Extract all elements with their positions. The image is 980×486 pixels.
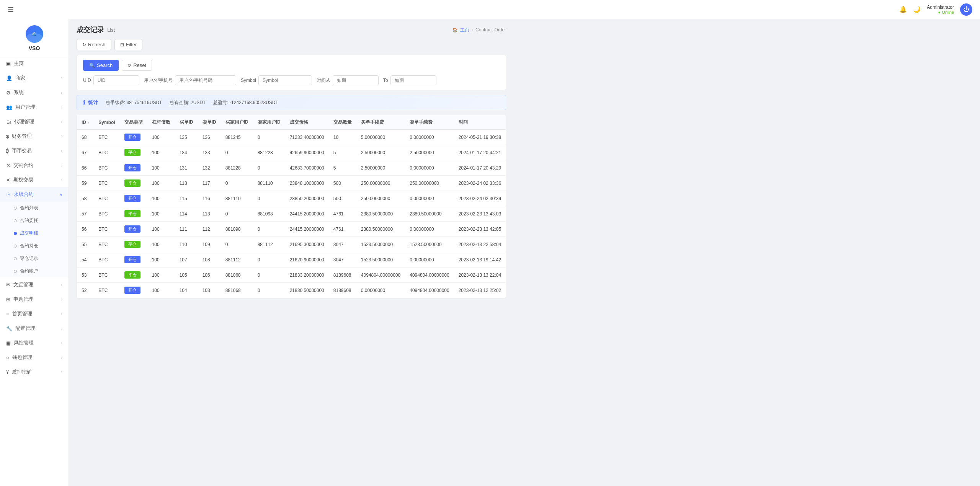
cell-id: 58 [77,191,94,206]
user-avatar[interactable]: ⏻ [960,3,972,16]
cell-quantity: 8189608 [329,267,356,283]
time-to-input[interactable] [390,75,436,85]
cell-type: 开仓 [120,191,147,206]
dot-active-icon [14,232,17,235]
cell-leverage: 100 [147,160,175,176]
arrow-icon: › [61,91,62,95]
cell-symbol: BTC [94,283,119,298]
breadcrumb-home[interactable]: 主页 [460,27,469,33]
cell-time: 2023-02-13 13:22:04 [454,267,506,283]
sidebar-item-risk-management[interactable]: ▣ 风控管理 › [0,336,69,350]
main-content: 成交记录 List 🏠 主页 › Contract-Order ↻ Refres… [69,19,514,486]
sidebar-item-perpetual[interactable]: ♾ 永续合约 ∨ [0,187,69,202]
user-input[interactable] [175,75,236,85]
finance-icon: $ [6,134,9,139]
filter-button[interactable]: ⊟ Filter [114,39,143,50]
cell-quantity: 4761 [329,222,356,237]
sidebar-item-agent-management[interactable]: 🗂 代理管理 › [0,114,69,129]
uid-input[interactable] [93,75,139,85]
cell-type: 平仓 [120,176,147,191]
home-icon-breadcrumb: 🏠 [452,28,458,33]
config-icon: 🔧 [6,326,12,331]
sidebar-item-user-management[interactable]: 👥 用户管理 › [0,100,69,114]
cell-seller-uid: 0 [253,222,285,237]
sidebar-item-config-management[interactable]: 🔧 配置管理 › [0,321,69,336]
cell-buy-id: 118 [175,176,198,191]
search-button[interactable]: 🔍 Search [83,60,119,71]
cell-price: 24415.20000000 [285,222,329,237]
cell-quantity: 5 [329,145,356,160]
sidebar-item-wallet-management[interactable]: ○ 钱包管理 › [0,350,69,365]
cell-time: 2024-01-17 20:43:29 [454,160,506,176]
table-row: 55BTC平仓100110109088111221695.30000000304… [77,237,506,252]
cell-type: 开仓 [120,283,147,298]
sidebar-item-merchant[interactable]: 👤 商家 › [0,71,69,85]
sidebar-item-contract-positions[interactable]: 合约持仓 [0,240,69,252]
stats-icon: ℹ [83,99,85,106]
search-icon: 🔍 [89,63,95,68]
dot-icon [14,257,17,260]
sidebar-item-options-trade[interactable]: ✕ 期权交易 › [0,173,69,187]
sidebar-item-coin-trade[interactable]: ₿ 币币交易 › [0,144,69,158]
sidebar-item-system[interactable]: ⚙ 系统 › [0,85,69,100]
cell-id: 66 [77,160,94,176]
cell-seller-uid: 881098 [253,206,285,222]
symbol-input[interactable] [258,75,312,85]
chevron-down-icon: ∨ [60,192,62,197]
refresh-button[interactable]: ↻ Refresh [77,39,111,50]
sidebar-item-contract-trade[interactable]: ✕ 交割合约 › [0,158,69,173]
sidebar-item-finance-management[interactable]: $ 财务管理 › [0,129,69,144]
sidebar-item-mining[interactable]: ¥ 质押挖矿 › [0,365,69,379]
purchase-icon: ⊞ [6,297,10,302]
reset-button[interactable]: ↺ Reset [122,60,152,71]
sidebar-item-trade-records[interactable]: 成交明细 [0,227,69,240]
sidebar-item-home[interactable]: ▣ 主页 [0,56,69,71]
arrow-icon: › [61,312,62,316]
sidebar-item-cross-records[interactable]: 穿仓记录 [0,252,69,265]
sidebar-item-content-management[interactable]: ✉ 文置管理 › [0,277,69,292]
notification-icon[interactable]: 🔔 [899,6,907,13]
page-header: 成交记录 List 🏠 主页 › Contract-Order [77,25,506,34]
time-from-input[interactable] [333,75,379,85]
cell-id: 54 [77,252,94,267]
cell-buy-fee: 2.50000000 [356,145,405,160]
cell-buyer-uid: 0 [221,237,253,252]
dot-icon [14,207,17,210]
cell-symbol: BTC [94,222,119,237]
cell-seller-uid: 881112 [253,237,285,252]
table-wrapper: ID ↑ Symbol 交易类型 杠杆倍数 买单ID 卖单ID 买家用户ID 卖… [77,115,506,298]
cell-id: 52 [77,283,94,298]
uid-field-group: UID [83,75,139,85]
stats-box: ℹ 统计 总手续费: 381754619USDT 总资金额: 2USDT 总盈亏… [77,95,506,110]
arrow-icon: › [61,105,62,109]
cell-seller-uid: 0 [253,160,285,176]
cell-sell-fee: 4094804.00000000 [405,283,454,298]
cell-leverage: 100 [147,237,175,252]
table-row: 52BTC开仓100104103881068021830.50000000818… [77,283,506,298]
cell-buy-id: 134 [175,145,198,160]
cell-buyer-uid: 881068 [221,283,253,298]
sidebar-item-contract-list[interactable]: 合约列表 [0,202,69,214]
cell-leverage: 100 [147,145,175,160]
col-time: 时间 [454,115,506,130]
sidebar-item-homepage-management[interactable]: ≡ 首页管理 › [0,307,69,321]
cell-buy-fee: 1523.50000000 [356,252,405,267]
cell-symbol: BTC [94,206,119,222]
cell-symbol: BTC [94,252,119,267]
table-row: 67BTC平仓100134133088122842659.9000000052.… [77,145,506,160]
cell-sell-id: 116 [198,191,221,206]
cell-buy-fee: 0.00000000 [356,283,405,298]
dot-icon [14,245,17,248]
cell-quantity: 3047 [329,252,356,267]
cell-price: 21830.50000000 [285,283,329,298]
hamburger-icon[interactable]: ☰ [8,5,14,14]
cell-id: 55 [77,237,94,252]
sidebar-item-contract-accounts[interactable]: 合约账户 [0,265,69,277]
sidebar-item-purchase-management[interactable]: ⊞ 申购管理 › [0,292,69,307]
theme-icon[interactable]: 🌙 [913,6,921,13]
list-tag: List [107,27,115,33]
sidebar-item-contract-delegation[interactable]: 合约委托 [0,214,69,227]
col-quantity: 交易数量 [329,115,356,130]
cell-sell-id: 117 [198,176,221,191]
stats-total-amount: 总资金额: 2USDT [170,99,206,106]
